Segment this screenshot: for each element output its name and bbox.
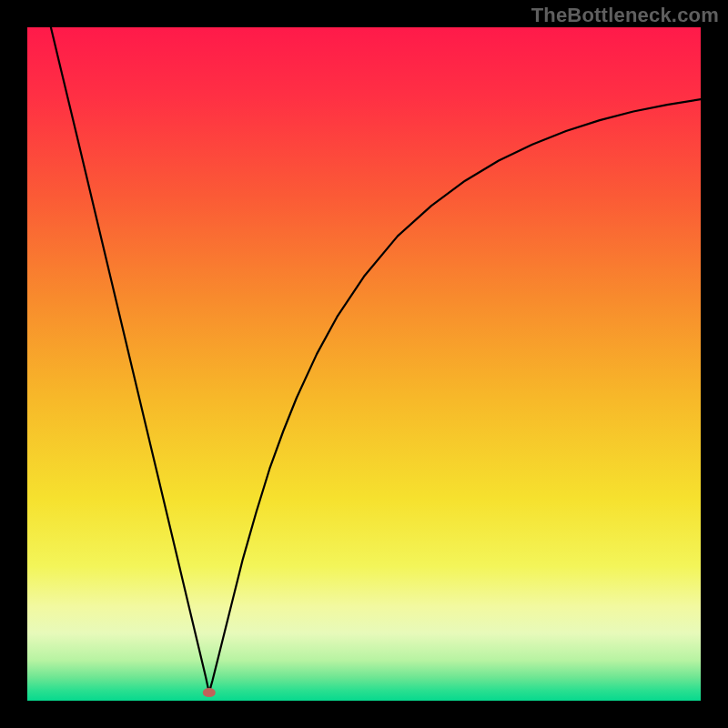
gradient-background (27, 27, 701, 701)
chart-frame: TheBottleneck.com (0, 0, 728, 728)
chart-svg (27, 27, 701, 701)
watermark-text: TheBottleneck.com (531, 4, 719, 27)
optimum-marker (203, 688, 216, 697)
plot-area (27, 27, 701, 701)
